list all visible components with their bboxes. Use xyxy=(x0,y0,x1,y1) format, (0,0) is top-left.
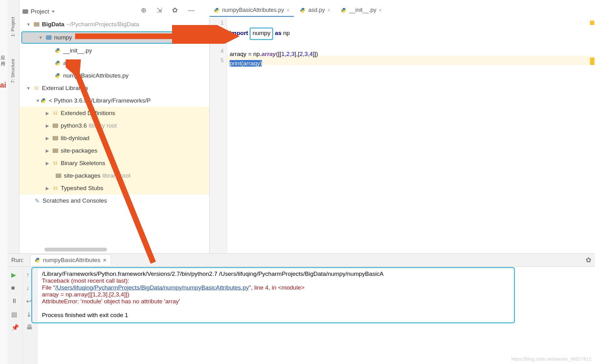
library-icon: ⦀⦀ xyxy=(52,185,59,191)
svg-point-1 xyxy=(217,12,218,12)
tree-sp1[interactable]: ▶ site-packages xyxy=(19,144,209,157)
layout-icon[interactable]: ▤ xyxy=(11,311,19,318)
tree-label: python3.6 xyxy=(61,122,87,129)
console-output[interactable]: /Library/Frameworks/Python.framework/Ver… xyxy=(38,267,595,364)
tree-label: Scratches and Consoles xyxy=(43,197,107,204)
tab-label: __init__.py xyxy=(349,7,376,13)
line-num: 2 xyxy=(210,28,224,37)
expand-icon[interactable]: ▼ xyxy=(26,22,31,27)
tree-file-init[interactable]: __init__.py xyxy=(19,44,209,57)
tab-numpybasic[interactable]: numpyBasicAttributes.py × xyxy=(210,4,294,17)
console-line xyxy=(42,305,591,312)
up-icon[interactable]: ↑ xyxy=(26,271,34,279)
root-path: ~/PycharmProjects/BigData xyxy=(66,21,139,28)
expand-icon[interactable]: ▼ xyxy=(38,35,43,40)
package-icon xyxy=(46,35,52,40)
tree-root[interactable]: ▼ BigData ~/PycharmProjects/BigData xyxy=(19,18,209,31)
tree-external-libs[interactable]: ▼ ⦀⦀ External Libraries xyxy=(19,82,209,94)
tree-label: site-packages xyxy=(61,147,97,154)
project-view-selector[interactable]: Project xyxy=(19,7,58,16)
tree-typeshed[interactable]: ▶ ⦀⦀ Typeshed Stubs xyxy=(19,182,209,195)
project-tool-tab[interactable]: 1: Project xyxy=(10,14,15,39)
print-icon[interactable]: 🖶 xyxy=(26,324,34,331)
code-content[interactable]: import numpy as np arraqy = np.array([[1… xyxy=(230,18,318,68)
code-editor[interactable]: 1 2 3 4 5 import numpy as np arraqy = np… xyxy=(210,18,595,253)
wrap-icon[interactable]: ↩ xyxy=(26,297,34,305)
code-line-3 xyxy=(230,40,318,49)
tree-label: site-packages xyxy=(64,172,100,179)
settings-icon[interactable]: ✿ xyxy=(172,6,179,13)
gear-icon[interactable]: ✿ xyxy=(586,256,591,264)
expand-icon[interactable]: ▶ xyxy=(44,161,50,166)
line-num: 3 xyxy=(210,37,224,46)
tree-file-asd[interactable]: asd.py xyxy=(19,57,209,69)
console-line: File "/Users/lifuqing/PycharmProjects/Bi… xyxy=(42,284,591,291)
stop-icon[interactable]: ■ xyxy=(11,284,19,292)
console-line: Traceback (most recent call last): xyxy=(42,277,591,284)
structure-tool-tab[interactable]: 7: Structure xyxy=(10,56,15,86)
code-line-5: print(arraqy) xyxy=(230,59,318,68)
expand-icon[interactable]: ▼ xyxy=(26,86,31,91)
python-icon xyxy=(55,73,61,78)
scratches-icon: ✎ xyxy=(34,197,41,205)
warning-marker[interactable] xyxy=(590,21,594,25)
tree-sp2[interactable]: site-packages library root xyxy=(19,169,209,182)
close-icon[interactable]: × xyxy=(379,8,382,13)
folder-icon xyxy=(53,149,58,153)
file-link[interactable]: /Users/lifuqing/PycharmProjects/BigData/… xyxy=(55,284,249,291)
tree-note: library root xyxy=(89,122,117,129)
warning-marker[interactable] xyxy=(590,58,594,65)
folder-label: numpy xyxy=(54,34,72,41)
tree-label: Extended Definitions xyxy=(61,110,115,117)
python-icon xyxy=(55,48,61,53)
collapse-icon[interactable]: ⇲ xyxy=(156,6,163,13)
expand-icon[interactable]: ▶ xyxy=(44,136,50,141)
line-num: 5 xyxy=(210,56,224,65)
tree-binskel[interactable]: ▶ ⦀⦀ Binary Skeletons xyxy=(19,157,209,169)
close-icon[interactable]: × xyxy=(327,8,330,13)
tab-label: asd.py xyxy=(308,7,325,13)
expand-icon[interactable]: ▶ xyxy=(44,186,50,191)
tree-scratches[interactable]: ✎ Scratches and Consoles xyxy=(19,195,209,207)
tree-py36[interactable]: ▶ python3.6 library root xyxy=(19,119,209,132)
gutter: 1 2 3 4 5 xyxy=(210,18,227,253)
tree-ext-def[interactable]: ▶ ⦀⦀ Extended Definitions xyxy=(19,107,209,119)
close-icon[interactable]: × xyxy=(287,8,289,13)
project-view-header: Project xyxy=(19,5,58,18)
tree-numpy-folder[interactable]: ▼ numpy xyxy=(21,31,207,44)
tree-python-sdk[interactable]: ▼ < Python 3.6.5 (/Library/Frameworks/P xyxy=(19,94,209,107)
pause-icon[interactable]: ⏸ xyxy=(11,297,19,305)
svg-point-0 xyxy=(216,8,216,9)
rerun-icon[interactable]: ▶ xyxy=(11,271,19,279)
tree-label: lib-dynload xyxy=(61,135,89,142)
down-icon[interactable]: ↓ xyxy=(26,284,34,292)
tree-label: Binary Skeletons xyxy=(61,160,105,167)
scrollbar-thumb[interactable] xyxy=(44,248,107,251)
expand-icon[interactable]: ▶ xyxy=(44,111,50,116)
tree-file-nba[interactable]: numpyBasicAttributes.py xyxy=(19,69,209,82)
run-config-tab[interactable]: numpyBasicAttributes × xyxy=(30,255,111,265)
scroll-icon[interactable]: ⤓ xyxy=(26,311,34,318)
watermark: https://blog.csdn.net/weixin_39527812 xyxy=(511,356,591,361)
tab-init[interactable]: __init__.py × xyxy=(337,4,386,17)
console-line: arraqy = np.array([[1,2,3],[2,3,4]]) xyxy=(42,291,591,298)
run-header: Run: numpyBasicAttributes × ✿ xyxy=(8,254,595,267)
locate-icon[interactable]: ⊕ xyxy=(141,6,148,13)
dropdown-icon xyxy=(52,11,55,13)
run-tab-label: numpyBasicAttributes xyxy=(43,257,100,264)
python-icon xyxy=(300,8,306,13)
pin-icon[interactable]: 📌 xyxy=(11,324,19,331)
project-tree: ▼ BigData ~/PycharmProjects/BigData ▼ nu… xyxy=(19,18,210,253)
expand-icon[interactable]: ▼ xyxy=(35,98,41,103)
expand-icon[interactable]: ▶ xyxy=(44,123,50,128)
run-actions-col1: ▶ ■ ⏸ ▤ 📌 xyxy=(8,267,23,364)
tab-label: numpyBasicAttributes.py xyxy=(222,7,284,13)
run-actions-col2: ↑ ↓ ↩ ⤓ 🖶 xyxy=(23,267,38,364)
hide-icon[interactable]: — xyxy=(188,6,195,13)
expand-icon[interactable]: ▶ xyxy=(44,148,50,153)
root-name: BigData xyxy=(42,21,64,28)
tree-libdyn[interactable]: ▶ lib-dynload xyxy=(19,132,209,144)
folder-icon xyxy=(23,9,28,14)
close-icon[interactable]: × xyxy=(103,257,106,264)
tab-asd[interactable]: asd.py × xyxy=(296,4,334,17)
